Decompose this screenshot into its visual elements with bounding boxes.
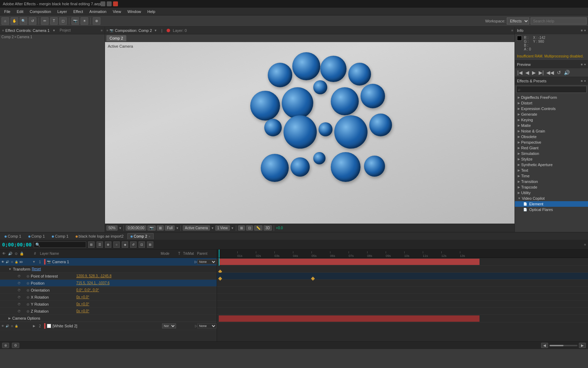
effect-cat-11[interactable]: ▶Stylize [515,156,588,162]
vc-show-channel[interactable]: ⊞ [157,225,164,231]
vc-view-layout[interactable]: 1 View [215,225,230,231]
solid-parent-select[interactable]: None [197,323,217,328]
menu-item-edit[interactable]: Edit [14,9,26,14]
camera-parent-select[interactable]: None [197,259,217,264]
toolbar-zoom-btn[interactable]: 🔍 [20,17,27,25]
effect-cat-4[interactable]: ▶Keying [515,117,588,123]
vc-3d[interactable]: 3D [264,225,272,231]
toolbar-pen-btn[interactable]: ✏ [41,17,49,25]
pos-stopwatch[interactable]: ⏱ [18,281,21,285]
effect-sub-18-0[interactable]: 📄Element [515,201,588,207]
tab-close-4[interactable]: × [149,235,150,238]
vc-timecode[interactable]: 0;00;00;00 [126,225,146,231]
toolbar-hand-btn[interactable]: ✋ [10,17,18,25]
timecode-display[interactable]: 0;00;00;00 [2,242,31,247]
maximize-button[interactable] [107,1,112,6]
tl-tool-1[interactable]: ⊞ [88,241,94,248]
orient-value[interactable]: 0.0°, 0.0°, 0.0° [76,288,99,292]
effect-cat-2[interactable]: ▶Expression Controls [515,106,588,111]
menu-item-help[interactable]: Help [145,9,158,14]
preview-play-btn[interactable]: ▶ [531,69,537,76]
preview-panel-close[interactable]: × [584,63,586,66]
tl-tool-7[interactable]: ⊡ [139,241,145,248]
vc-zoom[interactable]: 50% [106,225,118,231]
poi-value[interactable]: 1200.9, 528.3, -1245.8 [76,274,112,278]
zrot-stopwatch[interactable]: ⏱ [18,309,21,313]
cam-solo-icon[interactable]: ⊙ [10,260,14,264]
bottom-tab-2[interactable]: Comp 1 [49,233,72,239]
menu-item-window[interactable]: Window [125,9,144,14]
status-prev-frame[interactable]: ◀ [541,343,548,348]
tl-panel-menu[interactable]: ≡ [584,243,586,246]
close-button[interactable] [113,1,118,6]
timeline-search[interactable] [34,241,86,248]
tl-tool-8[interactable]: ⊞ [147,241,153,248]
cam-audio-icon[interactable]: 🔊 [5,260,9,264]
toolbar-camera-btn[interactable]: 📷 [71,17,79,25]
record-btn[interactable] [167,29,170,32]
effect-cat-18[interactable]: ▼Video Copilot [515,196,588,201]
vc-quality[interactable]: Full [165,225,175,231]
prop-x-rotation[interactable]: ⏱ ◎ X Rotation 0x +0.0° [0,294,217,301]
yrot-value[interactable]: 0x +0.0° [76,302,89,306]
effect-cat-8[interactable]: ▶Perspective [515,139,588,145]
effect-cat-9[interactable]: ▶Red Giant [515,145,588,151]
bottom-tab-3[interactable]: black hole logo ae import2 [72,233,127,239]
solid-expand[interactable]: ▶ [31,324,36,328]
effect-cat-7[interactable]: ▶Obsolete [515,134,588,139]
toolbar-light-btn[interactable]: ☀ [80,17,88,25]
effects-panel-close[interactable]: × [584,79,586,83]
preview-header[interactable]: Preview ≡ × [515,61,588,68]
search-help-input[interactable] [531,18,587,25]
solid-audio-icon[interactable]: 🔊 [5,324,9,328]
menu-item-composition[interactable]: Composition [27,9,54,14]
vc-grid[interactable]: ⊞ [238,225,245,231]
minimize-button[interactable] [100,1,105,6]
transform-reset[interactable]: Reset [32,267,41,271]
info-panel-menu[interactable]: ≡ [581,29,582,32]
effects-panel-menu[interactable]: ≡ [581,79,582,83]
workspace-select[interactable]: Effects [507,18,529,25]
toolbar-type-btn[interactable]: T [50,17,58,25]
preview-panel-menu[interactable]: ≡ [581,63,582,66]
solid-layer-main[interactable]: 👁 🔊 ⊙ 🔒 ▶ 2 [White Solid 2] Nor [0,322,217,330]
vc-snapshot[interactable]: 📷 [147,225,156,231]
menu-item-animation[interactable]: Animation [86,9,109,14]
cam-lock-icon[interactable]: 🔒 [14,260,19,264]
preview-mute-btn[interactable]: 🔊 [563,69,571,76]
effects-header[interactable]: Effects & Presets ≡ × [515,77,588,85]
bottom-tab-0[interactable]: Comp 1 [1,233,24,239]
vc-zoom-arrow[interactable]: ▼ [119,226,122,230]
zrot-value[interactable]: 0x +0.0° [76,309,89,313]
effect-cat-14[interactable]: ▶Time [515,173,588,179]
toolbar-shape-btn[interactable]: ◻ [59,17,67,25]
solid-name[interactable]: [White Solid 2] [52,324,162,328]
comp-menu-icon[interactable]: ≡ [106,29,108,32]
vc-quality-arrow[interactable]: ▼ [176,226,179,230]
camera-options-header[interactable]: ▶ Camera Options [0,315,217,322]
preview-first-btn[interactable]: |◀ [516,69,524,76]
status-scrubber[interactable] [550,345,578,346]
camera-track-bar[interactable] [219,259,479,265]
effect-cat-13[interactable]: ▶Text [515,168,588,173]
preview-next-btn[interactable]: ▶| [538,69,545,76]
status-next-frame[interactable]: ▶ [579,343,586,348]
menu-item-view[interactable]: View [110,9,124,14]
poi-stopwatch[interactable]: ⏱ [18,274,21,278]
preview-audio-btn[interactable]: ◀◀ [545,69,555,76]
info-panel-close[interactable]: × [584,29,586,32]
toolbar-puppet-btn[interactable]: ⊕ [93,17,100,25]
cam-eye-icon[interactable]: 👁 [1,260,5,264]
camera-expand[interactable]: ▼ [31,260,36,264]
panel-dropdown-icon[interactable]: ▼ [52,29,56,32]
panel-close-btn[interactable]: ≡ [101,29,103,32]
yrot-stopwatch[interactable]: ⏱ [18,302,21,306]
menu-item-layer[interactable]: Layer [55,9,70,14]
xrot-value[interactable]: 0x +0.0° [76,295,89,299]
solid-solo-icon[interactable]: ⊙ [10,324,14,328]
tl-tool-5[interactable]: ◈ [122,241,128,248]
menu-item-effect[interactable]: Effect [70,9,86,14]
tl-tool-2[interactable]: ☰ [97,241,103,248]
menu-item-file[interactable]: File [1,9,13,14]
solid-track-bar[interactable] [219,315,479,322]
